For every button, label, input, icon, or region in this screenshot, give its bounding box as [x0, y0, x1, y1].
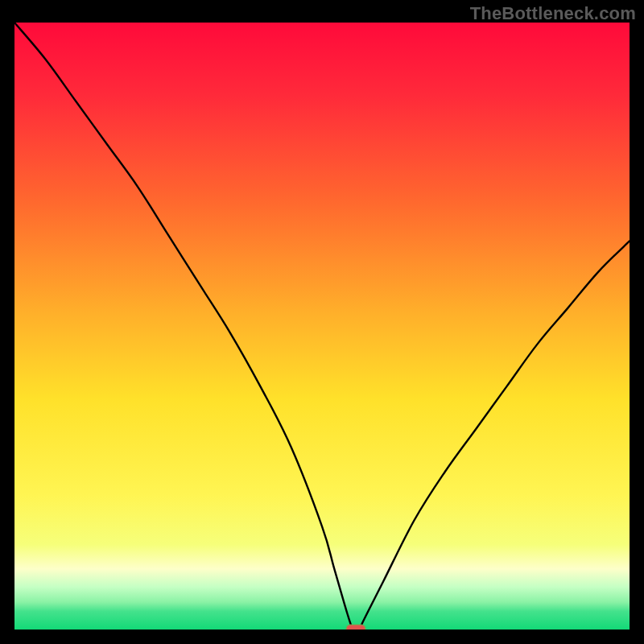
chart-frame: TheBottleneck.com [0, 0, 644, 644]
optimal-marker [346, 625, 365, 630]
gradient-backdrop [14, 23, 630, 630]
watermark-text: TheBottleneck.com [470, 3, 636, 24]
chart-plot [14, 23, 630, 630]
chart-svg [14, 23, 630, 630]
